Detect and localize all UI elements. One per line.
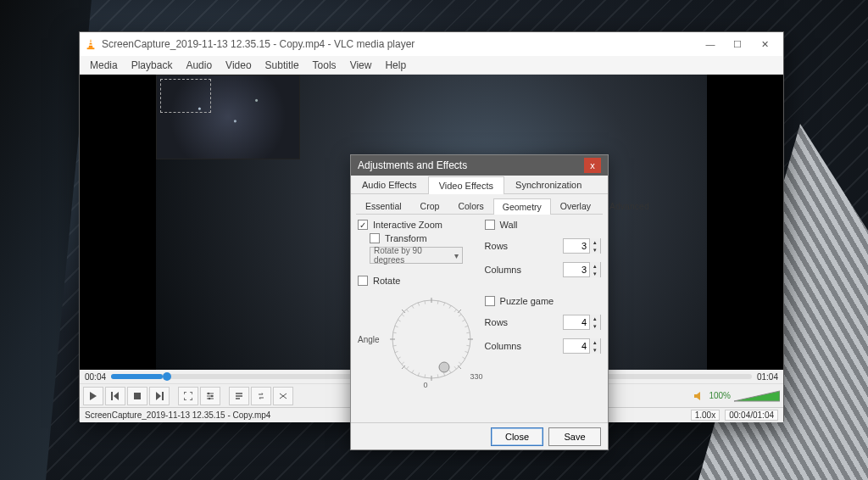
spinner-up-icon[interactable]: ▴ <box>590 338 600 346</box>
menu-video[interactable]: Video <box>219 58 258 73</box>
interactive-zoom-label: Interactive Zoom <box>373 220 442 230</box>
wall-columns-label: Columns <box>485 265 521 275</box>
angle-tick-0: 0 <box>424 381 428 389</box>
svg-line-44 <box>406 366 409 369</box>
speaker-icon[interactable] <box>693 391 705 401</box>
wall-rows-label: Rows <box>485 241 509 251</box>
fullscreen-button[interactable] <box>178 387 198 405</box>
spinner-up-icon[interactable]: ▴ <box>590 262 600 270</box>
adjustments-effects-dialog: Adjustments and Effects x Audio Effects … <box>350 154 609 450</box>
interactive-zoom-overview[interactable] <box>156 75 300 159</box>
rotate-checkbox[interactable]: Rotate <box>358 276 478 286</box>
status-time: 00:04/01:04 <box>725 410 778 421</box>
wall-columns-spinner[interactable]: ▴▾ <box>563 262 601 277</box>
play-button[interactable] <box>83 387 103 405</box>
svg-line-52 <box>401 314 403 316</box>
svg-marker-4 <box>90 392 97 400</box>
subtab-colors[interactable]: Colors <box>448 198 492 214</box>
svg-line-35 <box>462 357 465 359</box>
transform-combo-value: Rotate by 90 degrees <box>374 246 454 265</box>
loop-icon <box>257 392 265 400</box>
spinner-down-icon[interactable]: ▾ <box>590 246 600 254</box>
zoom-selection-box[interactable] <box>160 79 211 113</box>
tab-synchronization[interactable]: Synchronization <box>504 176 593 193</box>
spinner-down-icon[interactable]: ▾ <box>590 346 600 354</box>
svg-line-50 <box>394 326 398 327</box>
playlist-button[interactable] <box>229 387 249 405</box>
wall-columns-input[interactable] <box>564 265 589 275</box>
time-total[interactable]: 01:04 <box>757 372 778 382</box>
previous-button[interactable] <box>105 387 125 405</box>
dialog-close-btn[interactable]: Close <box>491 427 543 446</box>
shuffle-button[interactable] <box>273 387 293 405</box>
transform-checkbox[interactable]: Transform <box>370 233 478 243</box>
puzzle-columns-spinner[interactable]: ▴▾ <box>563 338 601 354</box>
video-effects-subtabs: Essential Crop Colors Geometry Overlay A… <box>356 198 603 215</box>
checkbox-checked-icon: ✓ <box>358 220 368 230</box>
stop-button[interactable] <box>127 387 147 405</box>
tab-audio-effects[interactable]: Audio Effects <box>351 176 428 193</box>
menubar: Media Playback Audio Video Subtitle Tool… <box>80 56 783 75</box>
close-window-button[interactable]: ✕ <box>751 32 778 56</box>
menu-playback[interactable]: Playback <box>125 58 180 73</box>
puzzle-columns-input[interactable] <box>564 341 589 351</box>
next-button[interactable] <box>149 387 170 405</box>
angle-dial[interactable]: 0 330 <box>385 293 478 386</box>
geometry-left-column: ✓ Interactive Zoom Transform Rotate by 9… <box>358 220 478 428</box>
transform-combo[interactable]: Rotate by 90 degrees ▾ <box>370 247 463 264</box>
spinner-up-icon[interactable]: ▴ <box>590 315 600 322</box>
loop-button[interactable] <box>251 387 271 405</box>
wall-checkbox[interactable]: Wall <box>485 220 601 230</box>
subtab-crop[interactable]: Crop <box>411 198 449 214</box>
puzzle-rows-spinner[interactable]: ▴▾ <box>563 315 601 330</box>
puzzle-rows-input[interactable] <box>564 317 589 327</box>
spinner-down-icon[interactable]: ▾ <box>590 322 600 330</box>
minimize-button[interactable]: — <box>697 32 724 56</box>
menu-subtitle[interactable]: Subtitle <box>259 58 306 73</box>
menu-media[interactable]: Media <box>83 58 125 73</box>
sliders-icon <box>206 392 214 400</box>
svg-line-38 <box>449 370 451 372</box>
wall-rows-input[interactable] <box>564 241 589 251</box>
maximize-button[interactable]: ☐ <box>724 32 751 56</box>
svg-rect-7 <box>134 393 141 399</box>
angle-tick-330: 330 <box>470 372 483 381</box>
spinner-up-icon[interactable]: ▴ <box>590 238 600 246</box>
svg-rect-2 <box>89 42 92 42</box>
time-elapsed[interactable]: 00:04 <box>85 372 106 382</box>
subtab-overlay[interactable]: Overlay <box>551 198 600 214</box>
svg-line-33 <box>466 345 470 346</box>
volume-slider[interactable] <box>734 389 780 403</box>
menu-help[interactable]: Help <box>378 58 413 73</box>
subtab-geometry[interactable]: Geometry <box>493 198 551 215</box>
svg-marker-6 <box>114 392 119 400</box>
svg-point-10 <box>208 392 210 394</box>
subtab-advanced[interactable]: Advanced <box>600 198 659 214</box>
interactive-zoom-checkbox[interactable]: ✓ Interactive Zoom <box>358 220 478 230</box>
svg-point-11 <box>211 394 214 397</box>
menu-audio[interactable]: Audio <box>179 58 219 73</box>
play-icon <box>89 392 97 400</box>
subtab-essential[interactable]: Essential <box>356 198 411 214</box>
dialog-save-btn[interactable]: Save <box>548 427 601 446</box>
menu-tools[interactable]: Tools <box>306 58 343 73</box>
svg-line-42 <box>418 372 419 376</box>
tab-video-effects[interactable]: Video Effects <box>428 176 504 194</box>
titlebar[interactable]: ScreenCapture_2019-11-13 12.35.15 - Copy… <box>80 32 783 56</box>
spinner-down-icon[interactable]: ▾ <box>590 270 600 277</box>
angle-label: Angle <box>358 335 380 344</box>
wall-rows-spinner[interactable]: ▴▾ <box>563 238 601 254</box>
dialog-titlebar[interactable]: Adjustments and Effects x <box>351 155 608 176</box>
dial-knob-icon[interactable] <box>439 362 449 372</box>
seek-knob[interactable] <box>163 372 171 381</box>
svg-rect-5 <box>111 392 113 400</box>
puzzle-game-checkbox[interactable]: Puzzle game <box>485 296 601 306</box>
svg-line-47 <box>394 351 398 352</box>
menu-view[interactable]: View <box>343 58 379 73</box>
previous-icon <box>111 392 120 400</box>
playback-speed[interactable]: 1.00x <box>691 410 720 421</box>
extended-settings-button[interactable] <box>200 387 220 405</box>
puzzle-columns-label: Columns <box>485 341 521 351</box>
dialog-close-button[interactable]: x <box>584 158 601 173</box>
svg-rect-3 <box>89 44 92 45</box>
